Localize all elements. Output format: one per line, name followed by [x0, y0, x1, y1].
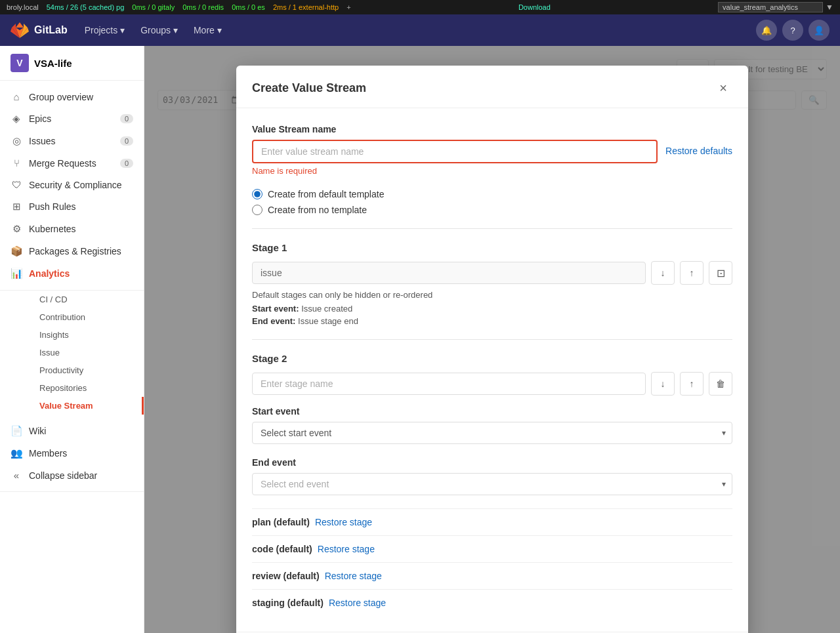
- debug-gitaly: 0ms / 0 gitaly: [132, 3, 175, 11]
- radio-no-template[interactable]: Create from no template: [252, 205, 732, 215]
- sidebar-sub-value-stream[interactable]: Value Stream: [29, 397, 144, 415]
- sidebar-item-wiki[interactable]: 📄 Wiki: [0, 420, 144, 442]
- sidebar-item-group-overview[interactable]: ⌂ Group overview: [0, 86, 144, 108]
- sidebar-item-members[interactable]: 👥 Members: [0, 442, 144, 464]
- radio-no-template-input[interactable]: [252, 205, 262, 215]
- stage-1-start-event: Start event: Issue created: [252, 304, 732, 314]
- sidebar-item-analytics[interactable]: 📊 Analytics: [0, 262, 144, 285]
- stage-2-delete-button[interactable]: 🗑: [709, 372, 732, 396]
- header-nav-more[interactable]: More ▾: [187, 21, 228, 39]
- name-input-wrap: Name is required: [252, 140, 658, 176]
- epics-badge: 0: [120, 114, 133, 123]
- create-value-stream-modal: Create Value Stream × Value Stream name …: [236, 66, 748, 633]
- modal-title: Create Value Stream: [252, 81, 366, 95]
- sidebar-sub-contribution[interactable]: Contribution: [29, 308, 144, 326]
- end-event-select[interactable]: Select end event: [252, 473, 732, 495]
- default-stage-staging: staging (default) Restore stage: [252, 589, 732, 616]
- main-content: Edit Default for testing BE 30 days ⓘ 🔍 …: [144, 46, 840, 633]
- debug-download[interactable]: Download: [518, 3, 551, 11]
- issues-icon: ◎: [10, 135, 22, 147]
- stage-1-title: Stage 1: [252, 242, 732, 253]
- debug-pg: 54ms / 26 (5 cached) pg: [47, 3, 125, 11]
- restore-code-button[interactable]: Restore stage: [318, 544, 375, 554]
- stage-1-end-event: End event: Issue stage end: [252, 316, 732, 326]
- stage-2-up-button[interactable]: ↑: [680, 372, 704, 396]
- start-event-select[interactable]: Select start event: [252, 422, 732, 444]
- stage-1-row: ↓ ↑ ⊡: [252, 261, 732, 285]
- sidebar-bottom-nav: 📄 Wiki 👥 Members « Collapse sidebar: [0, 415, 144, 492]
- modal-close-button[interactable]: ×: [714, 79, 732, 97]
- stage-2-section: Stage 2 ↓ ↑ 🗑 Start event Select start: [252, 353, 732, 495]
- default-stage-review: review (default) Restore stage: [252, 562, 732, 589]
- sidebar-item-issues[interactable]: ◎ Issues 0: [0, 130, 144, 152]
- merge-requests-icon: ⑂: [10, 157, 22, 169]
- sidebar-item-kubernetes[interactable]: ⚙ Kubernetes: [0, 218, 144, 240]
- sidebar-sub-productivity[interactable]: Productivity: [29, 361, 144, 379]
- user-avatar[interactable]: 👤: [808, 20, 830, 41]
- header-nav-projects[interactable]: Projects ▾: [78, 21, 131, 39]
- modal-body: Value Stream name Name is required Resto…: [236, 108, 748, 632]
- header-nav: Projects ▾ Groups ▾ More ▾: [78, 21, 228, 39]
- end-event-select-wrap: Select end event ▾: [252, 473, 732, 495]
- modal-header: Create Value Stream ×: [236, 66, 748, 108]
- stage-2-down-button[interactable]: ↓: [651, 372, 675, 396]
- collapse-icon: «: [10, 470, 22, 481]
- restore-plan-button[interactable]: Restore stage: [315, 517, 372, 527]
- sidebar-sub-ci-cd[interactable]: CI / CD: [29, 291, 144, 308]
- stage-1-hide-button[interactable]: ⊡: [709, 261, 732, 285]
- default-stages-section: plan (default) Restore stage code (defau…: [252, 508, 732, 616]
- sidebar-sub-issue[interactable]: Issue: [29, 344, 144, 361]
- name-error-text: Name is required: [252, 166, 658, 176]
- end-event-group: End event Select end event ▾: [252, 457, 732, 495]
- app-header: GitLab Projects ▾ Groups ▾ More ▾ 🔔 ? 👤: [0, 14, 840, 46]
- merge-requests-badge: 0: [120, 159, 133, 168]
- sidebar-analytics-sub: CI / CD Contribution Insights Issue Prod…: [0, 291, 144, 415]
- debug-plus: +: [346, 3, 350, 11]
- restore-review-button[interactable]: Restore stage: [325, 571, 382, 581]
- sidebar-item-security-compliance[interactable]: 🛡 Security & Compliance: [0, 174, 144, 195]
- restore-defaults-button[interactable]: Restore defaults: [665, 140, 732, 156]
- debug-redis: 0ms / 0 redis: [182, 3, 224, 11]
- sidebar-item-epics[interactable]: ◈ Epics 0: [0, 108, 144, 130]
- sidebar-brand-icon: V: [10, 54, 29, 72]
- radio-default-template-input[interactable]: [252, 189, 262, 199]
- stage-2-row: ↓ ↑ 🗑: [252, 372, 732, 396]
- app-logo: GitLab: [10, 21, 68, 39]
- value-stream-name-input[interactable]: [252, 140, 658, 163]
- sidebar-brand-name: VSA-life: [34, 58, 72, 69]
- debug-input[interactable]: [718, 2, 823, 12]
- radio-default-template[interactable]: Create from default template: [252, 189, 732, 199]
- debug-es: 0ms / 0 es: [232, 3, 265, 11]
- stage-2-input[interactable]: [252, 373, 646, 395]
- debug-external-http: 2ms / 1 external-http: [273, 3, 339, 11]
- kubernetes-icon: ⚙: [10, 223, 22, 235]
- push-rules-icon: ⊞: [10, 201, 22, 213]
- home-icon: ⌂: [10, 91, 22, 102]
- stage-1-input: [252, 262, 646, 284]
- stage-2-title: Stage 2: [252, 353, 732, 364]
- security-icon: 🛡: [10, 179, 22, 190]
- sidebar-item-merge-requests[interactable]: ⑂ Merge Requests 0: [0, 152, 144, 174]
- restore-staging-button[interactable]: Restore stage: [329, 598, 386, 608]
- stage-1-up-button[interactable]: ↑: [680, 261, 704, 285]
- header-nav-groups[interactable]: Groups ▾: [134, 21, 184, 39]
- notification-icon[interactable]: 🔔: [756, 20, 777, 41]
- help-icon[interactable]: ?: [782, 20, 803, 41]
- default-stage-plan: plan (default) Restore stage: [252, 508, 732, 535]
- sidebar-sub-insights[interactable]: Insights: [29, 326, 144, 344]
- sidebar-item-push-rules[interactable]: ⊞ Push Rules: [0, 195, 144, 218]
- name-label: Value Stream name: [252, 124, 732, 134]
- sidebar-main-nav: ⌂ Group overview ◈ Epics 0 ◎ Issues 0 ⑂ …: [0, 81, 144, 291]
- sidebar-item-packages-registries[interactable]: 📦 Packages & Registries: [0, 240, 144, 262]
- stage-1-section: Stage 1 ↓ ↑ ⊡ Default stages can only be…: [252, 242, 732, 326]
- analytics-icon: 📊: [10, 268, 22, 279]
- default-stage-code: code (default) Restore stage: [252, 535, 732, 562]
- name-form-group: Value Stream name Name is required Resto…: [252, 124, 732, 176]
- start-event-group: Start event Select start event ▾: [252, 406, 732, 444]
- stage-1-down-button[interactable]: ↓: [651, 261, 675, 285]
- sidebar-item-collapse[interactable]: « Collapse sidebar: [0, 464, 144, 486]
- issues-badge: 0: [120, 136, 133, 146]
- stage-1-note: Default stages can only be hidden or re-…: [252, 290, 732, 300]
- debug-bar: broly.local 54ms / 26 (5 cached) pg 0ms …: [0, 0, 840, 14]
- sidebar-sub-repositories[interactable]: Repositories: [29, 379, 144, 397]
